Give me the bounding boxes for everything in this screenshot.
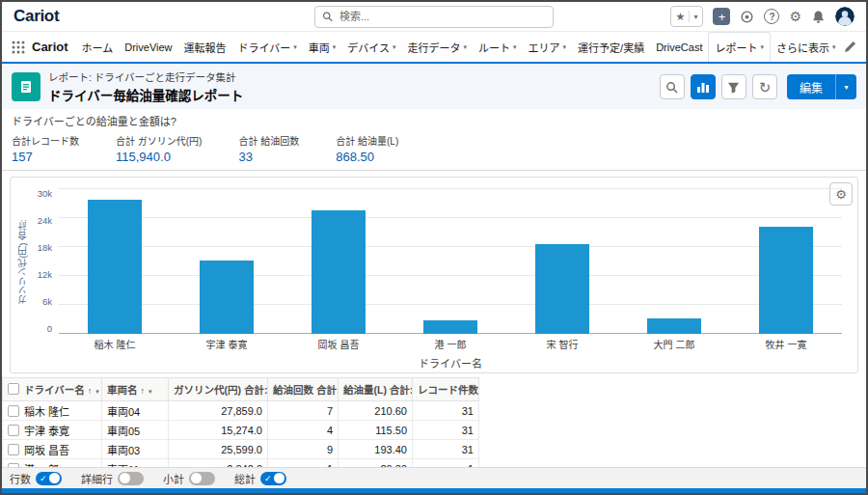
column-header[interactable]: ドライバー名↑▾	[3, 378, 102, 401]
bar-5[interactable]	[535, 244, 589, 334]
edit-button[interactable]: 編集	[787, 74, 835, 99]
column-header[interactable]: ガソリン代(円) 合計:	[169, 378, 268, 401]
y-tick-label: 0	[47, 324, 52, 334]
table-row: 岡坂 昌吾車両0325,599.09193.4031	[3, 440, 479, 459]
select-all-checkbox[interactable]	[8, 383, 19, 395]
chart-toggle-button[interactable]	[691, 74, 716, 99]
y-tick-label: 24k	[38, 216, 52, 226]
report-titles: レポート: ドライバーごと走行データ集計 ドライバー毎給油量確認レポート	[48, 69, 243, 104]
filter-button[interactable]	[721, 74, 746, 99]
bar-7[interactable]	[759, 227, 813, 335]
tab-trip-data[interactable]: 走行データ▾	[402, 32, 474, 62]
bar-3[interactable]	[312, 210, 366, 334]
global-header: Cariot ★ ▾ + ? ⚙	[2, 2, 866, 32]
setup-gear-icon[interactable]: ⚙	[789, 10, 801, 23]
favorites-button[interactable]: ★ ▾	[670, 6, 704, 27]
table-cell: 210.60	[339, 401, 413, 421]
global-search-input[interactable]	[338, 10, 546, 23]
tab-driver[interactable]: ドライバー▾	[232, 32, 303, 62]
nav-left: Cariot	[12, 32, 68, 62]
tab-driveview[interactable]: DriveView	[119, 32, 177, 62]
bar-2[interactable]	[200, 261, 254, 334]
sort-asc-icon: ↑	[141, 386, 146, 396]
tab-device[interactable]: デバイス▾	[341, 32, 401, 62]
tab-drivecast[interactable]: DriveCast	[650, 32, 708, 62]
tab-area[interactable]: エリア▾	[523, 32, 573, 62]
toggle-grand-total[interactable]: ✓	[260, 472, 286, 485]
global-search[interactable]	[314, 6, 554, 28]
table-cell: 1	[268, 459, 339, 468]
metric-value: 157	[12, 150, 79, 164]
toggle-detail-rows[interactable]	[118, 472, 144, 485]
x-tick-label: 宋 智行	[506, 337, 618, 351]
add-icon: +	[719, 11, 726, 23]
funnel-icon	[727, 81, 740, 94]
refresh-button[interactable]: ↻	[752, 74, 777, 99]
chevron-down-icon: ▾	[333, 43, 337, 51]
table-cell: 27,859.0	[169, 401, 268, 421]
tab-vehicle[interactable]: 車両▾	[303, 32, 342, 62]
refresh-icon: ↻	[759, 80, 772, 95]
row-checkbox[interactable]	[8, 444, 19, 455]
table-cell: 7	[268, 401, 339, 421]
tab-label: さらに表示	[776, 40, 829, 55]
check-icon: ✓	[264, 473, 272, 484]
notifications-bell-icon[interactable]	[811, 10, 826, 24]
row-checkbox[interactable]	[8, 425, 19, 436]
tab-more[interactable]: さらに表示▾	[771, 32, 842, 62]
toggle-label: 詳細行	[81, 471, 113, 486]
y-tick-label: 30k	[38, 189, 52, 199]
y-axis-ticks: 30k24k18k12k6k0	[30, 189, 59, 334]
help-icon[interactable]: ?	[764, 9, 779, 24]
toggle-label: 総計	[234, 471, 256, 486]
bottom-brand-strip	[2, 488, 866, 493]
tab-schedule[interactable]: 運行予定/実績	[572, 32, 650, 62]
toggle-subtotals[interactable]	[189, 472, 215, 485]
user-avatar[interactable]	[835, 7, 854, 26]
cell-text: 稲木 隆仁	[24, 406, 69, 418]
column-header[interactable]: 給油量(L) 合計:	[339, 378, 413, 401]
column-header[interactable]: 給油回数 合計:	[268, 378, 339, 401]
row-checkbox[interactable]	[8, 405, 19, 417]
x-tick-label: 大門 二郎	[618, 337, 730, 351]
y-tick-label: 6k	[42, 297, 52, 307]
guidance-icon[interactable]	[740, 10, 754, 24]
column-label: レコード件数	[418, 384, 478, 396]
chevron-down-icon: ▾	[563, 43, 567, 51]
chevron-down-icon[interactable]: ▾	[95, 388, 99, 395]
edit-nav-pencil-icon[interactable]	[844, 32, 856, 62]
edit-dropdown-button[interactable]: ▾	[835, 74, 856, 99]
x-tick-label: 稲木 隆仁	[59, 337, 171, 351]
bar-6[interactable]	[647, 318, 701, 334]
bar-4[interactable]	[423, 320, 477, 334]
tab-label: ルート	[478, 40, 510, 55]
toggle-knob	[120, 473, 130, 483]
table-cell: 115.50	[339, 421, 413, 440]
column-header[interactable]: レコード件数	[413, 378, 479, 401]
report-table-region: ドライバー名↑▾車両名↑▾ガソリン代(円) 合計:給油回数 合計:給油量(L) …	[2, 377, 866, 467]
bar-1[interactable]	[88, 200, 142, 334]
report-actions: ↻ 編集 ▾	[660, 74, 856, 99]
tab-driving-report[interactable]: 運転報告	[178, 32, 232, 62]
tab-home[interactable]: ホーム	[76, 32, 120, 62]
tab-report[interactable]: レポート▾	[708, 32, 771, 62]
tab-route[interactable]: ルート▾	[473, 32, 523, 62]
table-cell: 193.40	[339, 440, 413, 459]
global-add-button[interactable]: +	[713, 8, 730, 25]
metric-value: 868.50	[336, 150, 398, 164]
app-launcher-icon[interactable]	[12, 41, 25, 54]
toggle-knob	[191, 473, 202, 483]
check-icon: ✓	[40, 473, 47, 484]
tab-label: ドライバー	[238, 40, 291, 55]
table-cell: 31	[413, 401, 479, 421]
chevron-down-icon: ▾	[844, 83, 848, 92]
column-header[interactable]: 車両名↑▾	[102, 378, 169, 401]
toggle-row-count[interactable]: ✓	[36, 472, 62, 485]
find-in-report-button[interactable]	[660, 74, 685, 99]
report-question: ドライバーごとの給油量と金額は?	[12, 113, 856, 128]
chevron-down-icon: ▾	[293, 43, 297, 51]
table-header: ドライバー名↑▾車両名↑▾ガソリン代(円) 合計:給油回数 合計:給油量(L) …	[3, 378, 479, 401]
chevron-down-icon[interactable]: ▾	[149, 388, 152, 395]
nav-bar: Cariot ホームDriveView運転報告ドライバー▾車両▾デバイス▾走行デ…	[2, 32, 866, 64]
chevron-down-icon: ▾	[464, 43, 468, 51]
